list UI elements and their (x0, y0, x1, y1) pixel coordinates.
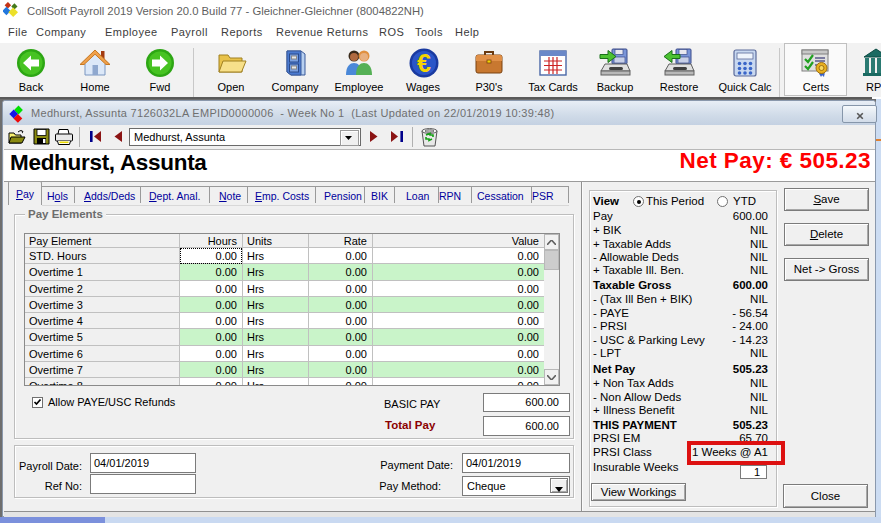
svg-text:€: € (417, 49, 431, 77)
